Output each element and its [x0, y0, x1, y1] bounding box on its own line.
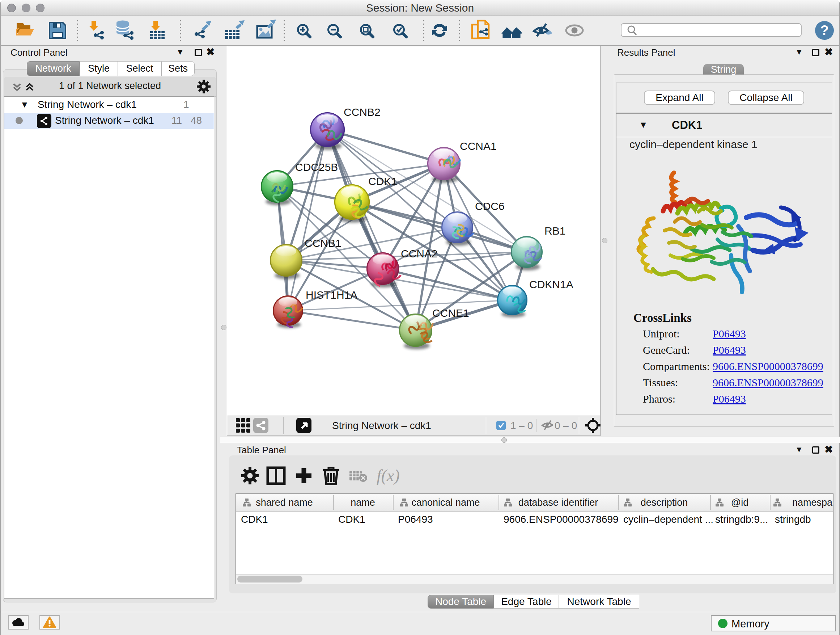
svg-text:CDC25B: CDC25B [295, 161, 338, 173]
svg-text:0 – 0: 0 – 0 [554, 420, 577, 431]
svg-text:HIST1H1A: HIST1H1A [306, 289, 357, 301]
svg-text:stringdb: stringdb [775, 514, 811, 525]
svg-text:RB1: RB1 [545, 225, 565, 237]
svg-text:shared name: shared name [256, 497, 313, 508]
svg-text:CCNE1: CCNE1 [432, 307, 469, 319]
svg-text:String Network – cdk1: String Network – cdk1 [332, 420, 431, 431]
svg-text:name: name [351, 497, 375, 508]
svg-text:CCNA1: CCNA1 [460, 140, 497, 152]
svg-text:cyclin–dependent ...: cyclin–dependent ... [623, 514, 714, 525]
svg-text:1 – 0: 1 – 0 [510, 420, 533, 431]
svg-text:CDC6: CDC6 [475, 200, 505, 212]
svg-text:database identifier: database identifier [518, 497, 598, 508]
svg-text:namespace: namespace [792, 497, 833, 508]
svg-text:@id: @id [731, 497, 748, 508]
svg-text:CDKN1A: CDKN1A [529, 279, 573, 290]
svg-text:CCNB2: CCNB2 [344, 106, 381, 118]
svg-text:stringdb:9...: stringdb:9... [715, 514, 768, 525]
svg-text:CDK1: CDK1 [338, 514, 365, 525]
svg-text:description: description [641, 497, 688, 508]
svg-text:CCNB1: CCNB1 [305, 237, 341, 249]
svg-text:?: ? [820, 23, 829, 38]
svg-text:9606.ENSP00000378699: 9606.ENSP00000378699 [504, 514, 619, 525]
svg-text:CDK1: CDK1 [241, 514, 268, 525]
svg-text:CDK1: CDK1 [368, 175, 397, 187]
svg-text:canonical name: canonical name [411, 497, 480, 508]
svg-text:f(x): f(x) [377, 466, 400, 485]
svg-text:P06493: P06493 [398, 514, 433, 525]
svg-text:CCNA2: CCNA2 [401, 248, 438, 260]
